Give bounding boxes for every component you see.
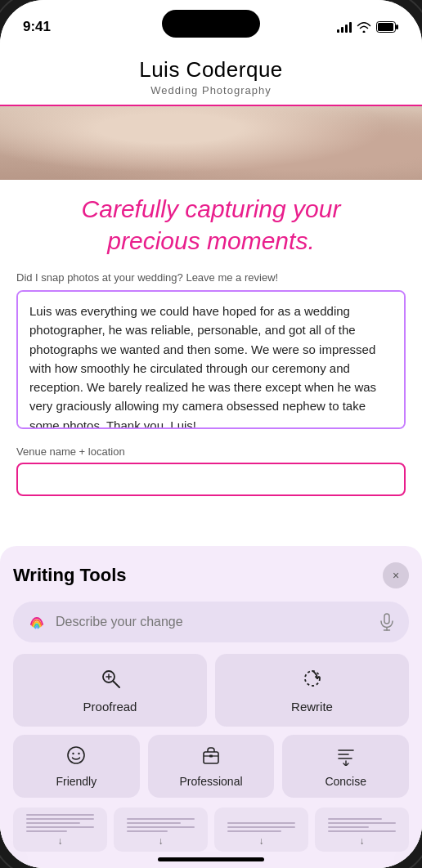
venue-input[interactable] [16, 463, 406, 496]
professional-label: Professional [179, 775, 242, 788]
writing-tools-panel: Writing Tools × [0, 546, 422, 868]
template-lines-2 [127, 818, 194, 832]
friendly-label: Friendly [56, 775, 97, 788]
template-lines-4 [328, 818, 395, 832]
templates-row: ↓ ↓ ↓ [13, 808, 409, 852]
phone-frame: 9:41 Luis C [0, 0, 422, 868]
svg-rect-1 [378, 23, 393, 31]
describe-input-wrapper [13, 602, 409, 642]
tools-main-row: Proofread Rewrite [13, 654, 409, 727]
concise-button[interactable]: Concise [282, 735, 409, 798]
microphone-icon[interactable] [378, 613, 396, 631]
svg-rect-17 [209, 755, 213, 758]
review-section: Did I snap photos at your wedding? Leave… [0, 265, 422, 439]
site-subtitle: Wedding Photography [16, 84, 406, 96]
hero-heading: Carefully capturing your precious moment… [33, 193, 389, 257]
svg-point-12 [68, 747, 84, 763]
review-textarea[interactable] [16, 290, 406, 429]
svg-rect-4 [384, 614, 389, 624]
rewrite-icon [301, 667, 324, 695]
rewrite-button[interactable]: Rewrite [215, 654, 409, 727]
proofread-label: Proofread [83, 700, 137, 714]
template-lines-1 [26, 814, 93, 832]
status-time: 9:41 [23, 19, 51, 35]
professional-icon [200, 745, 222, 771]
svg-rect-15 [204, 752, 218, 763]
template-thumb-3[interactable]: ↓ [214, 808, 308, 852]
template-arrow-3: ↓ [259, 835, 264, 847]
site-header: Luis Coderque Wedding Photography [0, 44, 422, 106]
tools-tone-row: Friendly Professional [13, 735, 409, 798]
home-indicator [158, 857, 264, 861]
template-thumb-2[interactable]: ↓ [114, 808, 208, 852]
friendly-icon [65, 745, 87, 771]
ai-rainbow-icon [26, 611, 47, 633]
battery-icon [376, 21, 399, 33]
friendly-button[interactable]: Friendly [13, 735, 140, 798]
template-thumb-4[interactable]: ↓ [315, 808, 409, 852]
template-arrow-2: ↓ [159, 835, 164, 847]
wedding-image-inner [0, 106, 422, 180]
professional-button[interactable]: Professional [148, 735, 275, 798]
writing-tools-header: Writing Tools × [13, 562, 409, 588]
template-arrow-4: ↓ [360, 835, 365, 847]
svg-point-14 [79, 753, 80, 754]
rewrite-label: Rewrite [291, 700, 333, 714]
svg-point-13 [73, 753, 74, 754]
wifi-icon [357, 21, 371, 33]
concise-label: Concise [325, 775, 366, 788]
template-arrow-1: ↓ [58, 835, 63, 847]
status-icons [337, 21, 399, 33]
proofread-icon [99, 667, 122, 695]
page-content: Luis Coderque Wedding Photography Carefu… [0, 44, 422, 868]
wedding-image [0, 106, 422, 180]
venue-label: Venue name + location [16, 445, 406, 458]
concise-icon [335, 745, 357, 771]
writing-tools-title: Writing Tools [13, 565, 127, 586]
svg-line-8 [113, 682, 119, 688]
hero-text: Carefully capturing your precious moment… [0, 180, 422, 265]
venue-section: Venue name + location [0, 439, 422, 499]
template-thumb-1[interactable]: ↓ [13, 808, 107, 852]
template-lines-3 [227, 822, 294, 832]
dynamic-island [162, 10, 260, 38]
review-label: Did I snap photos at your wedding? Leave… [16, 271, 406, 284]
proofread-button[interactable]: Proofread [13, 654, 207, 727]
signal-icon [337, 21, 352, 33]
site-title: Luis Coderque [16, 57, 406, 83]
describe-input[interactable] [56, 615, 370, 629]
svg-rect-2 [396, 25, 398, 29]
writing-tools-close-button[interactable]: × [383, 562, 409, 588]
